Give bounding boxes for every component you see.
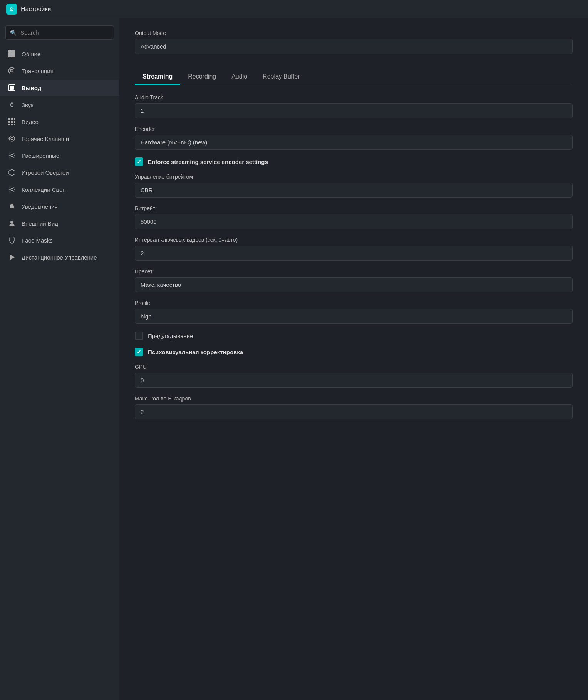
sidebar-item-label: Трансляция <box>22 68 54 74</box>
output-mode-select[interactable]: Advanced <box>135 39 573 54</box>
preset-select[interactable]: Макс. качество <box>135 277 573 292</box>
bitrate-control-group: Управление битрейтом CBR <box>135 174 573 198</box>
enforce-checkbox-row: Enforce streaming service encoder settin… <box>135 157 573 166</box>
svg-marker-29 <box>10 255 15 260</box>
encoder-select[interactable]: Hardware (NVENC) (new) <box>135 135 573 150</box>
bframes-group: Макс. кол-во B-кадров <box>135 395 573 419</box>
svg-rect-16 <box>14 124 15 125</box>
svg-rect-11 <box>8 121 10 123</box>
output-mode-label: Output Mode <box>135 30 573 36</box>
enforce-checkbox[interactable] <box>135 157 143 166</box>
sidebar-item-label: Общие <box>22 51 40 57</box>
bitrate-input[interactable] <box>135 214 573 229</box>
tabs: Streaming Recording Audio Replay Buffer <box>135 69 573 85</box>
svg-rect-14 <box>8 124 10 125</box>
sidebar-item-label: Уведомления <box>22 203 58 210</box>
encoder-group: Encoder Hardware (NVENC) (new) <box>135 126 573 150</box>
lookahead-checkbox[interactable] <box>135 332 143 340</box>
bframes-label: Макс. кол-во B-кадров <box>135 395 573 402</box>
advanced-icon <box>8 151 16 160</box>
tab-recording[interactable]: Recording <box>180 69 224 85</box>
bframes-input[interactable] <box>135 404 573 419</box>
titlebar: ⚙ Настройки <box>0 0 588 18</box>
sidebar-item-video[interactable]: Видео <box>0 114 119 130</box>
keyframe-label: Интервал ключевых кадров (сек, 0=авто) <box>135 237 573 243</box>
svg-point-4 <box>11 70 13 72</box>
audio-icon <box>8 100 16 109</box>
bitrate-control-select[interactable]: CBR <box>135 183 573 198</box>
lookahead-checkbox-row: Предугадывание <box>135 332 573 340</box>
sidebar-item-game-overlay[interactable]: Игровой Оверлей <box>0 164 119 181</box>
sidebar-item-scene-collections[interactable]: Коллекции Сцен <box>0 181 119 198</box>
svg-rect-3 <box>12 54 15 57</box>
svg-point-26 <box>11 188 13 191</box>
scene-collections-icon <box>8 185 16 194</box>
sidebar-item-broadcast[interactable]: Трансляция <box>0 63 119 79</box>
sidebar-item-label: Горячие Клавиши <box>22 136 69 142</box>
sidebar-item-audio[interactable]: Звук <box>0 97 119 113</box>
audio-track-label: Audio Track <box>135 94 573 100</box>
tab-streaming[interactable]: Streaming <box>135 69 180 85</box>
gpu-input[interactable] <box>135 373 573 388</box>
sidebar-item-label: Расширенные <box>22 152 59 159</box>
app-title: Настройки <box>21 6 51 13</box>
svg-point-7 <box>11 103 13 107</box>
audio-track-input[interactable] <box>135 103 573 118</box>
psycho-checkbox[interactable] <box>135 348 143 356</box>
sidebar-item-advanced[interactable]: Расширенные <box>0 147 119 164</box>
sidebar-item-label: Игровой Оверлей <box>22 169 69 176</box>
bitrate-label: Битрейт <box>135 205 573 211</box>
broadcast-icon <box>8 67 16 75</box>
sidebar-item-appearance[interactable]: Внешний Вид <box>0 215 119 231</box>
sidebar-item-label: Звук <box>22 102 34 108</box>
svg-rect-13 <box>14 121 15 123</box>
gpu-label: GPU <box>135 364 573 370</box>
gpu-group: GPU <box>135 364 573 388</box>
audio-track-group: Audio Track <box>135 94 573 118</box>
app-icon: ⚙ <box>6 4 17 15</box>
search-container: 🔍 <box>0 25 119 45</box>
bitrate-group: Битрейт <box>135 205 573 229</box>
svg-point-28 <box>10 221 13 224</box>
game-overlay-icon <box>8 168 16 177</box>
profile-select[interactable]: high <box>135 309 573 324</box>
search-icon: 🔍 <box>10 30 17 36</box>
sidebar-item-hotkeys[interactable]: Горячие Клавиши <box>0 131 119 147</box>
svg-rect-10 <box>14 118 15 120</box>
svg-rect-6 <box>10 86 14 90</box>
svg-rect-1 <box>12 50 15 54</box>
sidebar-item-remote-control[interactable]: Дистанционное Управление <box>0 249 119 265</box>
sidebar-item-label: Коллекции Сцен <box>22 186 66 193</box>
keyframe-input[interactable] <box>135 246 573 261</box>
encoder-label: Encoder <box>135 126 573 132</box>
sidebar-item-label: Видео <box>22 119 39 125</box>
output-icon <box>8 84 16 92</box>
psycho-checkbox-label: Психовизуальная корректировка <box>148 349 243 355</box>
svg-rect-0 <box>8 50 12 54</box>
face-masks-icon <box>8 236 16 244</box>
sidebar: 🔍 Общие Трансляция Вывод <box>0 18 119 700</box>
svg-rect-12 <box>11 121 13 123</box>
video-icon <box>8 117 16 126</box>
sidebar-item-output[interactable]: Вывод <box>0 80 119 96</box>
bitrate-control-label: Управление битрейтом <box>135 174 573 180</box>
svg-rect-15 <box>11 124 13 125</box>
svg-point-17 <box>9 136 15 141</box>
sidebar-item-general[interactable]: Общие <box>0 46 119 62</box>
svg-rect-9 <box>11 118 13 120</box>
lookahead-checkbox-label: Предугадывание <box>148 333 193 339</box>
hotkeys-icon <box>8 134 16 143</box>
sidebar-item-label: Face Masks <box>22 237 53 244</box>
tab-audio[interactable]: Audio <box>224 69 255 85</box>
sidebar-item-label: Внешний Вид <box>22 220 58 227</box>
svg-rect-2 <box>8 54 12 57</box>
sidebar-item-notifications[interactable]: Уведомления <box>0 198 119 214</box>
sidebar-item-face-masks[interactable]: Face Masks <box>0 232 119 248</box>
svg-point-18 <box>11 137 13 140</box>
svg-rect-27 <box>12 209 13 209</box>
tab-replay-buffer[interactable]: Replay Buffer <box>255 69 308 85</box>
search-input[interactable] <box>5 25 114 40</box>
preset-group: Пресет Макс. качество <box>135 268 573 292</box>
svg-rect-8 <box>8 118 10 120</box>
profile-group: Profile high <box>135 300 573 324</box>
